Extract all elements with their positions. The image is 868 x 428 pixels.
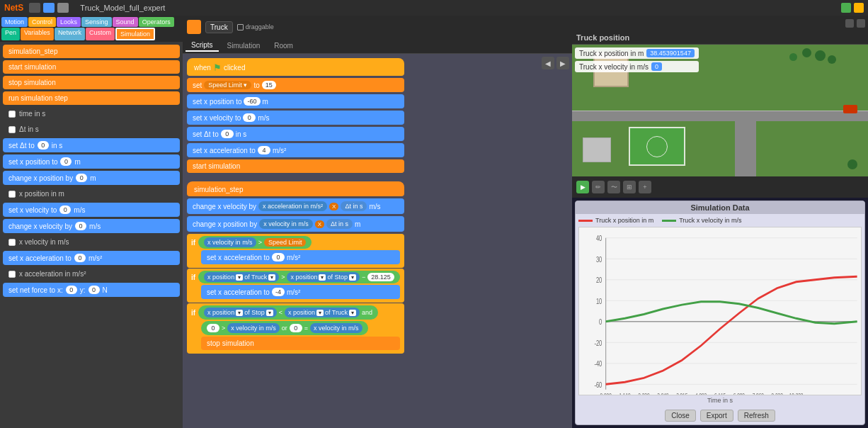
if-block-3[interactable]: if x position ▾ of Stop ▾ < x position	[187, 303, 404, 354]
nav-fwd[interactable]: ▶	[556, 57, 569, 69]
window-controls	[841, 3, 864, 13]
sprite-draggable: draggable	[237, 23, 274, 30]
play-btn[interactable]: ▶	[576, 181, 589, 193]
cat-network[interactable]: Network	[55, 28, 85, 40]
draggable-checkbox[interactable]	[237, 24, 244, 30]
main-layout: Motion Control Looks Sensing Sound Opera…	[0, 16, 868, 428]
block-set-xposition[interactable]: set x position to -60 m	[187, 94, 404, 108]
truck-dropdown: ▾	[236, 274, 243, 281]
block-set-xvelocity[interactable]: set x velocity to 0 m/s	[187, 111, 404, 125]
condition-complex: x position ▾ of Stop ▾ < x position ▾ of…	[198, 305, 378, 320]
tab-scripts[interactable]: Scripts	[185, 40, 219, 52]
block-set-speedlimit[interactable]: set Speed Limit ▾ to 15	[187, 78, 404, 92]
block-change-pos-by[interactable]: change x position by x velocity in m/s X…	[187, 216, 404, 232]
block-xvel-checkbox[interactable]: x velocity in m/s	[3, 235, 180, 249]
block-set-xvel[interactable]: set x velocity to 0 m/s	[3, 203, 180, 217]
sprite-icon	[187, 20, 201, 34]
block-set-xpos[interactable]: set x position to 0 m	[3, 154, 180, 169]
left-panel: Motion Control Looks Sensing Sound Opera…	[0, 16, 183, 428]
cat-looks[interactable]: Looks	[57, 17, 81, 27]
maximize-icon[interactable]	[841, 3, 851, 13]
wave-btn[interactable]: 〜	[607, 181, 620, 193]
time-checkbox[interactable]	[8, 111, 16, 118]
chart-svg: 40 30 20 10 0 -20 -40 -60	[579, 227, 861, 395]
stage-min-btn[interactable]	[845, 19, 854, 28]
truck-position-title: Truck position	[576, 33, 629, 42]
cat-custom[interactable]: Custom	[86, 28, 115, 40]
stage-max-btn[interactable]	[857, 19, 865, 28]
svg-text:6.980: 6.980	[733, 392, 745, 395]
cat-control[interactable]: Control	[28, 17, 56, 27]
soccer-field	[629, 127, 685, 166]
block-change-xpos[interactable]: change x position by 0 m	[3, 171, 180, 185]
block-set-at[interactable]: set Δt to 0 in s	[3, 138, 180, 152]
legend-pos-color	[578, 220, 593, 222]
xpos-checkbox[interactable]	[8, 191, 16, 198]
at-checkbox[interactable]	[8, 126, 16, 133]
svg-text:-60: -60	[594, 381, 602, 389]
block-time-checkbox[interactable]: time in s	[3, 107, 180, 120]
stage-controls: ▶ ✏ 〜 ⊞ +	[572, 176, 868, 198]
xvel-input: 0	[243, 113, 256, 122]
x-symbol1: X	[329, 203, 338, 210]
block-change-vel-by[interactable]: change x velocity by x acceleration in m…	[187, 198, 404, 214]
edit-btn[interactable]: ✏	[592, 181, 605, 193]
chart-area: 40 30 20 10 0 -20 -40 -60	[578, 227, 862, 395]
reporter-xacc: x acceleration in m/s²	[258, 201, 327, 211]
legend-pos: Truck x position in m	[578, 217, 653, 224]
cat-sound[interactable]: Sound	[113, 17, 138, 27]
block-start-simulation[interactable]: start simulation	[3, 60, 180, 74]
block-xpos-checkbox[interactable]: x position in m	[3, 187, 180, 201]
tree5	[847, 159, 857, 169]
block-simulation-step[interactable]: simulation_step	[3, 45, 180, 58]
block-at-checkbox[interactable]: Δt in s	[3, 123, 180, 136]
pause-icon[interactable]	[854, 3, 864, 13]
tab-room[interactable]: Room	[268, 40, 299, 51]
if-block-1[interactable]: if x velocity in m/s > Speed Limit set x…	[187, 234, 404, 268]
cat-motion[interactable]: Motion	[1, 17, 28, 27]
export-button[interactable]: Export	[700, 410, 733, 422]
refresh-button[interactable]: Refresh	[738, 410, 775, 422]
tab-simulation[interactable]: Simulation	[222, 40, 266, 51]
xacc-checkbox[interactable]	[8, 271, 16, 278]
reporter-at2: Δt in s	[326, 219, 353, 229]
block-set-xacc-zero[interactable]: set x acceleration to 0 m/s²	[201, 250, 400, 264]
svg-text:3.048: 3.048	[657, 392, 668, 395]
block-when-flag-clicked[interactable]: when ⚑ clicked	[187, 58, 404, 76]
plus-btn[interactable]: +	[639, 181, 651, 193]
close-button[interactable]: Close	[665, 410, 696, 422]
svg-text:10: 10	[596, 298, 602, 305]
block-set-xacc-neg4[interactable]: set x acceleration to -4 m/s²	[201, 285, 400, 299]
block-stop-simulation[interactable]: stop simulation	[201, 337, 400, 350]
x-axis-label: Time in s	[578, 397, 862, 404]
svg-text:7.860: 7.860	[753, 392, 764, 395]
block-set-xacc[interactable]: set x acceleration to 0 m/s²	[3, 251, 180, 265]
block-stop-simulation[interactable]: stop simulation	[3, 76, 180, 89]
rep-xpos-truck2: x position ▾ of Truck ▾	[285, 308, 360, 317]
cat-operators[interactable]: Operators	[139, 17, 174, 27]
block-start-simulation[interactable]: start simulation	[187, 159, 404, 173]
svg-text:4.992: 4.992	[695, 392, 707, 395]
cat-simulation[interactable]: Simulation	[115, 28, 155, 40]
if-block-2[interactable]: if x position ▾ of Truck ▾ > x position	[187, 269, 404, 303]
block-simulation-step-hat[interactable]: simulation_step	[187, 181, 404, 196]
cat-variables[interactable]: Variables	[21, 28, 54, 40]
cat-pen[interactable]: Pen	[1, 28, 20, 40]
block-run-simulation-step[interactable]: run simulation step	[3, 91, 180, 105]
truck-sprite	[843, 105, 857, 113]
block-change-xvel[interactable]: change x velocity by 0 m/s	[3, 219, 180, 233]
nav-back[interactable]: ◀	[542, 57, 554, 69]
xvel-checkbox[interactable]	[8, 239, 16, 246]
rep-xpos-truck: x position ▾ of Truck ▾	[204, 272, 279, 282]
script-nav: ◀ ▶	[542, 57, 569, 69]
cat-sensing[interactable]: Sensing	[81, 17, 112, 27]
script-area[interactable]: ◀ ▶ when ⚑ clicked set Speed Limit ▾ to …	[183, 54, 572, 428]
block-set-netforce[interactable]: set net force to x: 0 y: 0 N	[3, 283, 180, 297]
grid-btn[interactable]: ⊞	[623, 181, 636, 193]
block-xacc-checkbox[interactable]: x acceleration in m/s²	[3, 267, 180, 281]
block-set-xaccel[interactable]: set x acceleration to 4 m/s²	[187, 143, 404, 157]
truck-position-label-bar: Truck position	[572, 31, 868, 45]
block-set-at[interactable]: set Δt to 0 in s	[187, 127, 404, 141]
condition-vel-gt-limit: x velocity in m/s > Speed Limit	[198, 236, 312, 249]
x-symbol2: X	[315, 220, 324, 228]
